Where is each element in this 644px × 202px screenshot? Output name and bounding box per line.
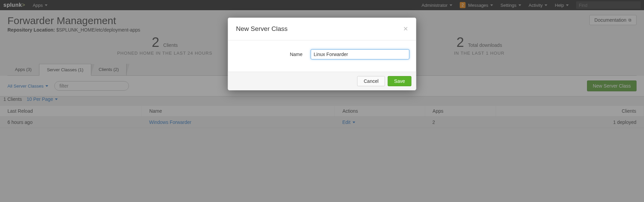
name-input[interactable] [311,49,410,59]
save-button[interactable]: Save [388,76,412,86]
new-server-class-modal: New Server Class ✕ Name Cancel Save [228,18,416,90]
close-icon[interactable]: ✕ [403,25,408,33]
modal-body: Name [228,40,416,72]
modal-header: New Server Class ✕ [228,18,416,40]
cancel-button[interactable]: Cancel [357,76,385,86]
modal-footer: Cancel Save [228,72,416,90]
name-field-label: Name [235,52,303,57]
modal-title: New Server Class [236,25,288,33]
